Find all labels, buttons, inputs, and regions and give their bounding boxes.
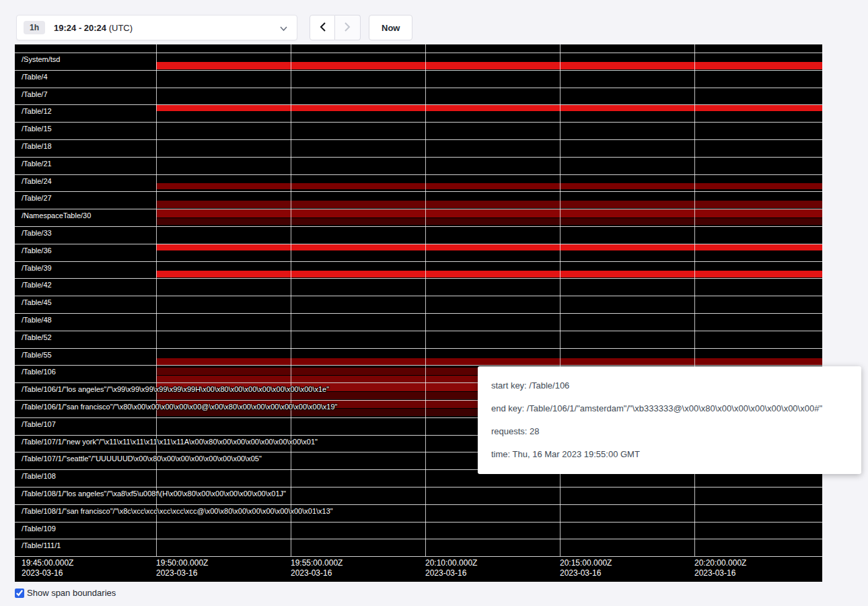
span-boundary-line [15, 122, 822, 123]
row-label: /Table/48 [22, 315, 52, 325]
span-boundary-line [15, 539, 822, 539]
key-visualizer-canvas[interactable]: start key: /Table/106end key: /Table/106… [15, 44, 822, 582]
heat-band [156, 244, 822, 250]
x-axis-tick: 19:45:00.000Z2023-03-16 [22, 558, 73, 578]
time-gridline [560, 44, 560, 556]
toolbar: 1h 19:24 - 20:24 (UTC) Now [0, 0, 868, 42]
heat-band [156, 105, 822, 111]
span-boundary-line [15, 261, 822, 262]
tooltip-line: time: Thu, 16 Mar 2023 19:55:00 GMT [491, 443, 848, 466]
row-label: /Table/27 [22, 193, 52, 203]
heat-band [156, 201, 822, 208]
time-range-picker[interactable]: 1h 19:24 - 20:24 (UTC) [16, 15, 297, 40]
span-boundary-line [15, 139, 822, 140]
row-label: /Table/107/1/"new york"/"\x11\x11\x11\x1… [22, 437, 318, 446]
span-tooltip: start key: /Table/106end key: /Table/106… [478, 366, 861, 474]
span-boundary-line [15, 244, 822, 244]
span-boundary-line [15, 278, 822, 279]
row-label: /Table/15 [22, 124, 52, 133]
x-tick-date: 2023-03-16 [22, 568, 73, 578]
chevron-down-icon [280, 22, 287, 34]
x-tick-date: 2023-03-16 [156, 568, 208, 578]
x-tick-time: 20:20:00.000Z [694, 558, 746, 568]
span-boundary-line [15, 296, 822, 296]
next-time-button[interactable] [335, 15, 361, 40]
x-tick-time: 19:55:00.000Z [291, 558, 342, 568]
row-label: /Table/109 [22, 524, 56, 533]
x-tick-date: 2023-03-16 [425, 568, 477, 578]
time-nav-button-group [310, 15, 361, 40]
span-boundary-line [15, 226, 822, 227]
row-label: /Table/21 [22, 159, 52, 168]
span-boundary-line [15, 70, 822, 71]
heat-band [156, 271, 822, 277]
span-boundary-line [15, 487, 822, 487]
row-label: /Table/107 [22, 419, 56, 429]
span-boundary-line [15, 556, 822, 557]
row-label: /Table/45 [22, 298, 52, 307]
row-label: /Table/108/1/"los angeles"/"\xa8\xf5\u00… [22, 489, 286, 498]
heat-band [156, 218, 822, 225]
chevron-right-icon [345, 22, 351, 34]
row-label: /Table/36 [22, 246, 52, 255]
tooltip-line: start key: /Table/106 [491, 374, 848, 397]
row-label: /Table/107/1/"seattle"/"UUUUUUD\x00\x80\… [22, 454, 262, 463]
span-boundary-line [15, 313, 822, 314]
row-label: /Table/39 [22, 263, 52, 273]
duration-badge: 1h [24, 21, 45, 34]
x-axis-tick: 19:50:00.000Z2023-03-16 [156, 558, 208, 578]
show-span-boundaries-label: Show span boundaries [27, 588, 116, 598]
time-range-value: 19:24 - 20:24 [54, 23, 106, 33]
heat-band [156, 183, 822, 189]
show-span-boundaries-checkbox[interactable] [15, 588, 24, 598]
time-gridline [291, 44, 291, 556]
span-boundary-line [15, 104, 822, 105]
row-label: /Table/111/1 [22, 541, 61, 550]
row-label: /Table/106/1/"san francisco"/"\x80\x00\x… [22, 402, 338, 411]
row-label: /Table/18 [22, 141, 52, 151]
tooltip-line: requests: 28 [491, 420, 848, 443]
span-boundary-line [15, 348, 822, 349]
x-tick-date: 2023-03-16 [694, 568, 746, 578]
span-boundary-line [15, 88, 822, 88]
row-label: /Table/106 [22, 367, 56, 376]
heat-band [156, 209, 822, 217]
span-boundary-line [15, 504, 822, 505]
heat-band [156, 62, 822, 69]
time-gridline [694, 44, 695, 556]
span-boundary-line [15, 174, 822, 175]
x-axis-tick: 20:10:00.000Z2023-03-16 [425, 558, 477, 578]
span-boundary-line [15, 522, 822, 523]
x-tick-time: 20:15:00.000Z [560, 558, 612, 568]
prev-time-button[interactable] [310, 15, 335, 40]
heat-band [156, 358, 822, 365]
x-tick-time: 19:45:00.000Z [22, 558, 73, 568]
show-span-boundaries-row: Show span boundaries [15, 588, 868, 598]
x-axis-tick: 20:20:00.000Z2023-03-16 [694, 558, 746, 578]
row-label: /System/tsd [22, 55, 60, 64]
row-label: /NamespaceTable/30 [22, 211, 91, 220]
x-tick-date: 2023-03-16 [291, 568, 342, 578]
span-boundary-line [15, 191, 822, 192]
span-boundary-line [15, 53, 822, 53]
span-boundary-line [15, 157, 822, 158]
row-label: /Table/33 [22, 228, 52, 238]
row-label: /Table/55 [22, 350, 52, 360]
x-axis-tick: 19:55:00.000Z2023-03-16 [291, 558, 342, 578]
time-gridline [425, 44, 426, 556]
row-label: /Table/108/1/"san francisco"/"\x8c\xcc\x… [22, 506, 333, 516]
time-range-label: 19:24 - 20:24 (UTC) [54, 23, 133, 33]
span-boundary-line [15, 331, 822, 331]
row-label: /Table/108 [22, 471, 56, 481]
x-tick-time: 19:50:00.000Z [156, 558, 208, 568]
time-gridline [156, 44, 157, 556]
row-label: /Table/4 [22, 72, 48, 81]
chevron-left-icon [320, 22, 326, 34]
row-label: /Table/7 [22, 90, 48, 99]
row-label: /Table/42 [22, 280, 52, 290]
span-boundary-line [15, 209, 822, 209]
now-button[interactable]: Now [369, 15, 412, 40]
row-label: /Table/106/1/"los angeles"/"\x99\x99\x99… [22, 384, 329, 394]
row-label: /Table/24 [22, 176, 52, 186]
row-label: /Table/52 [22, 333, 52, 342]
